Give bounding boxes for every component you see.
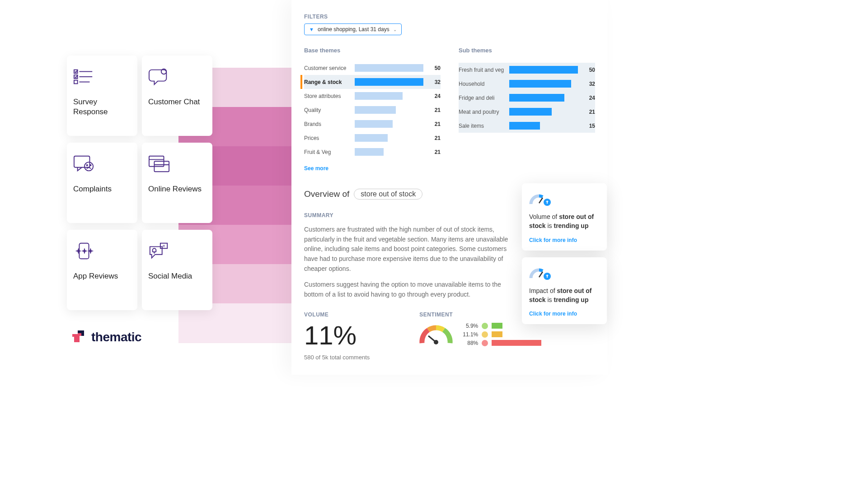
theme-row[interactable]: Range & stock32	[304, 75, 441, 89]
theme-value: 32	[578, 81, 595, 87]
theme-value: 50	[423, 65, 441, 71]
sentiment-neutral-bar	[492, 331, 502, 337]
source-card-label: Online Reviews	[148, 184, 206, 194]
filter-value: online shopping, Last 31 days	[318, 26, 389, 33]
sub-themes-title: Sub themes	[459, 47, 595, 54]
theme-name: Fridge and deli	[459, 95, 509, 101]
theme-bar	[509, 122, 578, 130]
svg-point-8	[84, 162, 93, 171]
theme-name: Sale items	[459, 123, 509, 129]
svg-point-9	[87, 165, 88, 166]
insight-card-volume[interactable]: Volume of store out of stock is trending…	[522, 183, 607, 251]
source-card-social-media[interactable]: # Social Media	[142, 230, 212, 310]
insight-card-impact[interactable]: Impact of store out of stock is trending…	[522, 257, 607, 325]
survey-icon	[73, 65, 131, 88]
theme-row[interactable]: Customer service50	[304, 61, 441, 75]
sub-theme-row[interactable]: Fridge and deli24	[459, 91, 595, 105]
source-card-app-reviews[interactable]: App Reviews	[67, 230, 137, 310]
volume-note: 580 of 5k total comments	[304, 354, 370, 361]
complaint-icon	[73, 153, 131, 175]
sentiment-positive-bar	[492, 323, 502, 329]
theme-name: Prices	[304, 135, 355, 141]
theme-value: 24	[423, 93, 441, 99]
theme-bar	[355, 120, 423, 128]
see-more-link[interactable]: See more	[304, 165, 441, 172]
social-icon: #	[148, 240, 206, 262]
filters-heading: FILTERS	[304, 14, 595, 20]
reviews-icon	[148, 153, 206, 175]
theme-name: Range & stock	[304, 79, 355, 85]
brand-text: thematic	[91, 330, 141, 344]
summary-paragraph: Customers suggest having the option to m…	[304, 280, 516, 299]
insight-more-info-link[interactable]: Click for more info	[529, 237, 600, 243]
insight-more-info-link[interactable]: Click for more info	[529, 311, 600, 317]
base-themes-column: Base themes Customer service50Range & st…	[304, 47, 441, 172]
sub-theme-row[interactable]: Meat and poultry21	[459, 105, 595, 119]
theme-name: Quality	[304, 107, 355, 113]
theme-bar	[509, 94, 578, 102]
volume-metric: VOLUME 11% 580 of 5k total comments	[304, 311, 370, 361]
source-card-label: Customer Chat	[148, 97, 206, 107]
base-themes-title: Base themes	[304, 47, 441, 54]
source-cards-grid: SurveyResponse Customer Chat Complaints …	[67, 56, 212, 310]
source-card-survey-response[interactable]: SurveyResponse	[67, 56, 137, 136]
sentiment-gauge-icon	[419, 322, 453, 347]
sub-theme-row[interactable]: Household32	[459, 77, 595, 91]
theme-row[interactable]: Store attributes24	[304, 89, 441, 103]
sentiment-neutral-pct: 11.1%	[460, 331, 478, 338]
sentiment-negative-row: 88%	[460, 340, 541, 346]
insight-text: Volume of store out of stock is trending…	[529, 212, 600, 231]
app-reviews-icon	[73, 240, 131, 262]
theme-value: 21	[423, 149, 441, 155]
sub-theme-row[interactable]: Sale items15	[459, 119, 595, 133]
theme-bar	[509, 66, 578, 74]
theme-name: Fruit & Veg	[304, 149, 355, 155]
sub-theme-row[interactable]: Fresh fruit and veg50	[459, 63, 595, 77]
theme-value: 50	[578, 67, 595, 73]
sub-themes-column: Sub themes Fresh fruit and veg50Househol…	[459, 47, 595, 172]
theme-bar	[355, 64, 423, 72]
theme-name: Store attributes	[304, 93, 355, 99]
theme-bar	[355, 134, 423, 142]
insight-text: Impact of store out of stock is trending…	[529, 286, 600, 305]
svg-line-22	[539, 272, 543, 277]
brand-mark-icon	[70, 329, 88, 346]
theme-row[interactable]: Prices21	[304, 131, 441, 145]
summary-body: Customers are frustrated with the high n…	[304, 225, 516, 300]
chevron-down-icon: ⌄	[393, 27, 397, 32]
insight-cards: Volume of store out of stock is trending…	[522, 183, 607, 324]
source-card-online-reviews[interactable]: Online Reviews	[142, 143, 212, 223]
sentiment-negative-pct: 88%	[460, 340, 478, 346]
theme-value: 15	[578, 123, 595, 129]
theme-bar	[355, 106, 423, 114]
gauge-trend-icon	[529, 191, 551, 206]
source-card-complaints[interactable]: Complaints	[67, 143, 137, 223]
neutral-face-icon	[482, 331, 488, 338]
theme-name: Household	[459, 81, 509, 87]
volume-heading: VOLUME	[304, 311, 370, 318]
sentiment-neutral-row: 11.1%	[460, 331, 541, 338]
sad-face-icon	[482, 340, 488, 346]
theme-name: Meat and poultry	[459, 109, 509, 115]
theme-name: Brands	[304, 121, 355, 127]
theme-row[interactable]: Fruit & Veg21	[304, 145, 441, 159]
source-card-customer-chat[interactable]: Customer Chat	[142, 56, 212, 136]
sentiment-negative-bar	[492, 340, 541, 346]
svg-line-20	[539, 198, 543, 203]
theme-row[interactable]: Brands21	[304, 117, 441, 131]
theme-bar	[355, 148, 423, 156]
theme-value: 32	[423, 79, 441, 85]
theme-value: 21	[423, 121, 441, 127]
theme-row[interactable]: Quality21	[304, 103, 441, 117]
svg-line-19	[428, 336, 436, 342]
overview-tag[interactable]: store out of stock	[354, 189, 422, 200]
theme-name: Fresh fruit and veg	[459, 67, 509, 73]
theme-value: 21	[578, 109, 595, 115]
filter-dropdown[interactable]: ▼ online shopping, Last 31 days ⌄	[304, 23, 402, 35]
source-card-label: App Reviews	[73, 271, 131, 281]
theme-bar	[509, 80, 578, 88]
source-card-label: Complaints	[73, 184, 131, 194]
happy-face-icon	[482, 323, 488, 329]
theme-name: Customer service	[304, 65, 355, 71]
svg-text:#: #	[163, 243, 165, 248]
